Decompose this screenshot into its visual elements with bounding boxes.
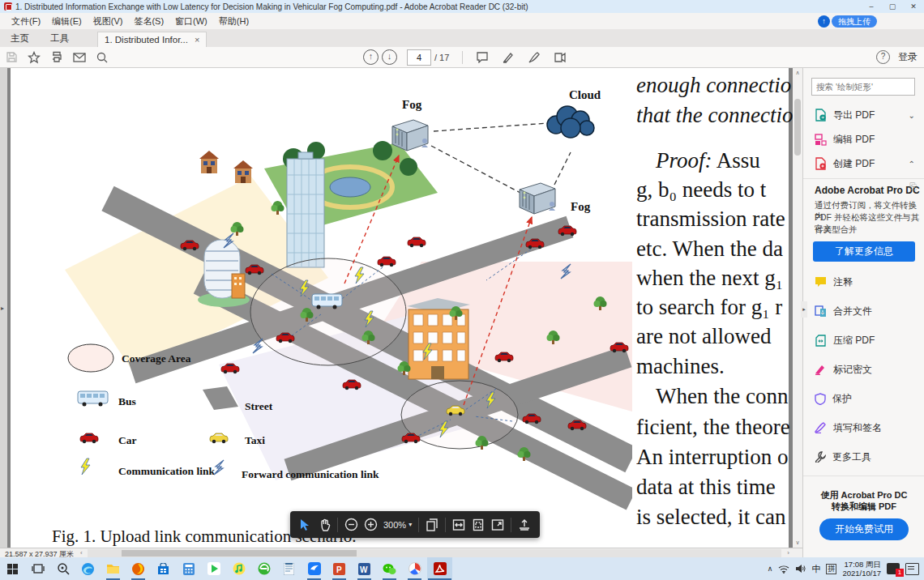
ime-mode-indicator[interactable]: 拼 [826,564,836,574]
comment-icon[interactable] [471,49,494,66]
navigation-pane-strip[interactable]: ▸ [0,68,7,548]
wechat-icon[interactable] [377,557,402,580]
horizontal-scroll-thumb[interactable] [122,550,357,557]
export-pdf-icon [815,109,827,122]
hand-tool-icon[interactable] [314,515,334,535]
share-upload-icon[interactable] [515,515,534,535]
sidebar-collapse-arrow[interactable]: ▸ [801,301,807,318]
volume-icon[interactable] [795,564,806,574]
help-icon[interactable]: ? [876,50,890,64]
edge-icon[interactable] [75,557,101,580]
acrobat-taskbar-icon[interactable] [427,557,452,580]
chevron-down-icon[interactable]: ⌄ [909,111,915,120]
maximize-button[interactable]: ▢ [882,0,903,13]
save-icon[interactable] [0,49,23,66]
clock[interactable]: 17:08 周日 2021/10/17 [842,560,881,578]
menu-edit[interactable]: 编辑(E) [52,15,82,28]
nav-expand-icon[interactable]: ▸ [1,305,4,312]
firefox-icon[interactable] [126,557,151,580]
zoom-level-dropdown[interactable]: 300% ▾ [383,520,412,530]
qq-music-icon[interactable] [226,557,251,580]
chevron-up-icon[interactable]: ⌃ [909,160,915,168]
sidebar-item-compress-pdf[interactable]: 压缩 PDF [803,329,924,352]
menu-view[interactable]: 视图(V) [93,15,123,28]
task-view-button[interactable] [25,557,50,580]
email-icon[interactable] [68,49,91,66]
zoom-in-icon[interactable] [361,515,380,535]
thunder-icon[interactable] [302,557,327,580]
pdf-text-line: are not allowed [636,324,795,352]
close-button[interactable]: ✕ [903,0,924,13]
sign-in-button[interactable]: 登录 [898,50,918,64]
wifi-icon[interactable] [778,565,789,574]
learn-more-button[interactable]: 了解更多信息 [813,241,915,262]
calculator-icon[interactable] [176,557,201,580]
vertical-scroll-thumb[interactable] [794,99,801,156]
notepad-icon[interactable] [276,557,302,580]
scroll-up-icon[interactable]: ∧ [793,70,802,76]
redact-icon [815,364,827,375]
tools-search-input[interactable] [811,78,915,96]
page-view-icon[interactable] [422,515,442,535]
search-taskbar-icon[interactable] [50,557,75,580]
tab-tools[interactable]: 工具 [40,30,79,47]
start-button[interactable] [0,557,25,580]
menu-window[interactable]: 窗口(W) [175,15,207,28]
zoom-out-icon[interactable] [341,515,361,535]
scroll-left-icon[interactable]: ‹ [80,549,83,557]
highlighter-icon[interactable] [497,49,520,66]
green-browser-icon[interactable] [251,557,276,580]
free-trial-button[interactable]: 开始免费试用 [819,518,909,540]
legend-car-label: Car [118,434,137,446]
minimize-button[interactable]: – [861,0,882,13]
file-explorer-icon[interactable] [101,557,126,580]
notification-icon[interactable]: 1 [887,563,900,574]
print-icon[interactable] [45,49,68,66]
menu-sign[interactable]: 签名(S) [134,15,164,28]
sidebar-item-export-pdf[interactable]: 导出 PDF ⌄ [803,104,924,126]
select-tool-icon[interactable] [295,515,314,535]
zoom-caret-icon: ▾ [409,521,412,528]
scroll-down-icon[interactable]: ∨ [793,539,802,546]
sidebar-item-create-pdf[interactable]: 创建 PDF ⌃ [803,152,924,175]
horizontal-scrollbar[interactable] [88,549,781,557]
pdf-text-line: When the conn [636,384,795,412]
ms-store-icon[interactable] [151,557,176,580]
sidebar-item-combine-files[interactable]: 合并文件 [803,300,924,322]
sign-pen-icon[interactable] [523,49,545,66]
sidebar-item-redact[interactable]: 标记密文 [803,358,924,381]
fit-page-icon[interactable] [468,515,488,535]
sidebar-item-edit-pdf[interactable]: 编辑 PDF [803,128,924,151]
drag-upload-widget[interactable]: ↑ 拖拽上传 [818,15,877,28]
tray-expand-icon[interactable]: ∧ [768,565,773,573]
sidebar-item-fill-sign[interactable]: 填写和签名 [803,416,924,439]
search-icon[interactable] [91,49,113,66]
fullscreen-icon[interactable] [488,515,507,535]
pdf-text-line: etc. When the da [636,237,795,264]
menu-help[interactable]: 帮助(H) [219,15,249,28]
fit-width-icon[interactable] [449,515,468,535]
powerpoint-icon[interactable]: P [327,557,352,580]
menu-file[interactable]: 文件(F) [11,15,41,28]
sidebar-item-more-tools[interactable]: 更多工具 [803,446,924,468]
star-icon[interactable] [23,49,45,66]
tab-document[interactable]: 1. Distributed Infor... × [97,32,207,47]
next-page-button[interactable]: ↓ [382,49,397,65]
netdisk-icon[interactable] [402,557,427,580]
ime-language-indicator[interactable]: 中 [811,563,820,575]
action-center-icon[interactable] [905,563,919,575]
scroll-right-icon[interactable]: › [787,549,789,557]
stamp-icon[interactable] [549,49,571,66]
zoom-level-value: 300% [383,520,406,530]
word-icon[interactable]: W [352,557,377,580]
sidebar-item-protect[interactable]: 保护 [803,387,924,410]
tab-home[interactable]: 主页 [0,30,40,47]
video-player-icon[interactable] [201,557,226,580]
sidebar-item-comment[interactable]: 注释 [803,271,924,293]
export-pdf-label: 导出 PDF [833,109,875,122]
legend-car-icon [80,433,98,443]
page-number-input[interactable] [407,49,431,66]
promo-desc-line: 件类型合并 [815,224,858,236]
tab-close-icon[interactable]: × [195,35,199,45]
previous-page-button[interactable]: ↑ [363,49,379,65]
